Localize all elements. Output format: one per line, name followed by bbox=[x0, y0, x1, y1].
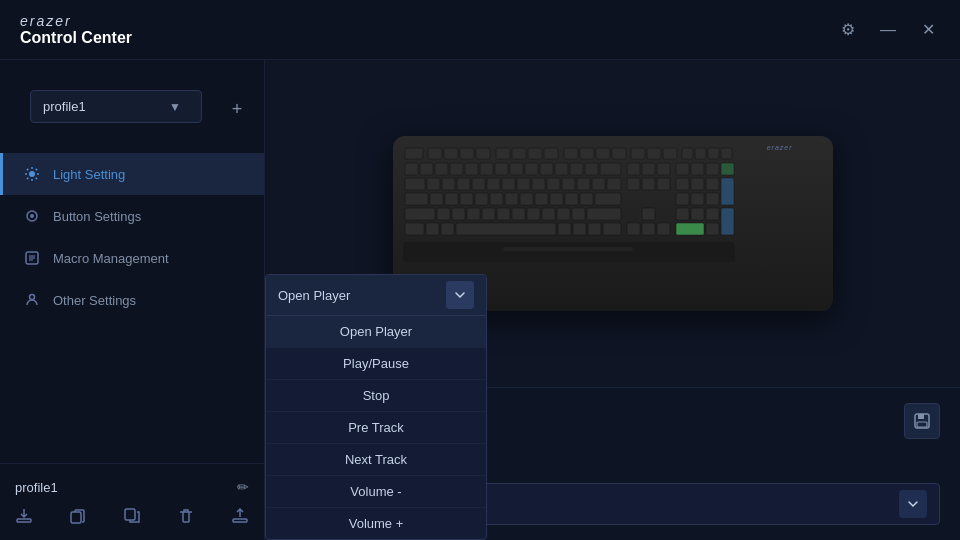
button-settings-icon bbox=[23, 207, 41, 225]
svg-rect-62 bbox=[427, 178, 440, 190]
dropdown-item-open-player[interactable]: Open Player bbox=[266, 316, 486, 348]
sidebar-item-macro-management[interactable]: Macro Management bbox=[0, 237, 264, 279]
dropdown-item-volume-down[interactable]: Volume - bbox=[266, 476, 486, 508]
title-bar: erazer Control Center ⚙ — ✕ bbox=[0, 0, 960, 60]
svg-rect-102 bbox=[467, 208, 480, 220]
edit-profile-icon[interactable]: ✏ bbox=[237, 479, 249, 495]
svg-rect-87 bbox=[475, 193, 488, 205]
copy-button[interactable] bbox=[69, 507, 87, 525]
svg-rect-31 bbox=[596, 148, 610, 159]
svg-rect-91 bbox=[535, 193, 548, 205]
app-title: Control Center bbox=[20, 29, 132, 47]
svg-line-6 bbox=[36, 178, 37, 179]
svg-rect-88 bbox=[490, 193, 503, 205]
svg-rect-20 bbox=[405, 148, 423, 159]
svg-rect-56 bbox=[657, 163, 670, 175]
main-layout: profile1 ▼ + bbox=[0, 60, 960, 540]
svg-rect-37 bbox=[695, 148, 706, 159]
svg-rect-66 bbox=[487, 178, 500, 190]
sidebar-item-button-settings[interactable]: Button Settings bbox=[0, 195, 264, 237]
dropdown-item-stop[interactable]: Stop bbox=[266, 380, 486, 412]
sidebar-item-light-setting[interactable]: Light Setting bbox=[0, 153, 264, 195]
svg-rect-121 bbox=[573, 223, 586, 235]
sidebar-item-other-settings[interactable]: Other Settings bbox=[0, 279, 264, 321]
svg-rect-26 bbox=[512, 148, 526, 159]
svg-rect-43 bbox=[450, 163, 463, 175]
svg-rect-30 bbox=[580, 148, 594, 159]
profile-selector[interactable]: profile1 ▼ bbox=[30, 90, 202, 123]
dropdown-item-pre-track[interactable]: Pre Track bbox=[266, 412, 486, 444]
svg-rect-113 bbox=[691, 208, 704, 220]
svg-rect-55 bbox=[642, 163, 655, 175]
dropdown-header-arrow bbox=[446, 281, 474, 309]
logo-area: erazer Control Center bbox=[20, 13, 132, 47]
profile-name: profile1 bbox=[43, 99, 169, 114]
svg-rect-69 bbox=[532, 178, 545, 190]
svg-rect-98 bbox=[706, 193, 719, 205]
svg-rect-42 bbox=[435, 163, 448, 175]
svg-rect-73 bbox=[592, 178, 605, 190]
svg-rect-100 bbox=[437, 208, 450, 220]
svg-rect-68 bbox=[517, 178, 530, 190]
close-button[interactable]: ✕ bbox=[916, 18, 940, 42]
svg-rect-112 bbox=[676, 208, 689, 220]
svg-rect-85 bbox=[445, 193, 458, 205]
svg-rect-99 bbox=[405, 208, 435, 220]
svg-rect-67 bbox=[502, 178, 515, 190]
svg-point-15 bbox=[30, 295, 35, 300]
svg-rect-59 bbox=[706, 163, 719, 175]
svg-rect-120 bbox=[558, 223, 571, 235]
dropdown-header[interactable]: Open Player bbox=[266, 275, 486, 316]
svg-rect-16 bbox=[17, 519, 31, 522]
svg-rect-83 bbox=[405, 193, 428, 205]
add-profile-button[interactable]: + bbox=[225, 97, 249, 121]
svg-rect-17 bbox=[71, 512, 81, 523]
svg-line-8 bbox=[27, 178, 28, 179]
svg-rect-28 bbox=[544, 148, 558, 159]
other-settings-label: Other Settings bbox=[53, 293, 136, 308]
svg-rect-40 bbox=[405, 163, 418, 175]
svg-rect-44 bbox=[465, 163, 478, 175]
svg-rect-46 bbox=[495, 163, 508, 175]
upload-button[interactable] bbox=[231, 507, 249, 525]
svg-rect-29 bbox=[564, 148, 578, 159]
svg-rect-22 bbox=[444, 148, 458, 159]
dropdown-item-volume-up[interactable]: Volume + bbox=[266, 508, 486, 539]
minimize-button[interactable]: — bbox=[876, 18, 900, 42]
svg-rect-125 bbox=[642, 223, 655, 235]
svg-rect-57 bbox=[676, 163, 689, 175]
svg-rect-89 bbox=[505, 193, 518, 205]
settings-button[interactable]: ⚙ bbox=[836, 18, 860, 42]
svg-rect-49 bbox=[540, 163, 553, 175]
title-bar-controls: ⚙ — ✕ bbox=[836, 18, 940, 42]
dropdown-item-next-track[interactable]: Next Track bbox=[266, 444, 486, 476]
svg-rect-92 bbox=[550, 193, 563, 205]
svg-rect-126 bbox=[657, 223, 670, 235]
svg-point-0 bbox=[29, 171, 35, 177]
svg-rect-52 bbox=[585, 163, 598, 175]
svg-rect-101 bbox=[452, 208, 465, 220]
svg-rect-72 bbox=[577, 178, 590, 190]
svg-rect-124 bbox=[627, 223, 640, 235]
svg-rect-36 bbox=[682, 148, 693, 159]
delete-button[interactable] bbox=[177, 507, 195, 525]
svg-rect-86 bbox=[460, 193, 473, 205]
svg-rect-25 bbox=[496, 148, 510, 159]
svg-rect-105 bbox=[512, 208, 525, 220]
other-settings-icon bbox=[23, 291, 41, 309]
svg-rect-94 bbox=[580, 193, 593, 205]
save-button[interactable] bbox=[904, 403, 940, 439]
svg-rect-80 bbox=[691, 178, 704, 190]
dropdown-item-play-pause[interactable]: Play/Pause bbox=[266, 348, 486, 380]
export-copy-button[interactable] bbox=[123, 507, 141, 525]
svg-rect-97 bbox=[691, 193, 704, 205]
svg-rect-110 bbox=[587, 208, 621, 220]
svg-rect-18 bbox=[125, 509, 135, 520]
profile-dropdown-arrow: ▼ bbox=[169, 100, 181, 114]
import-button[interactable] bbox=[15, 507, 33, 525]
svg-rect-111 bbox=[642, 208, 655, 220]
svg-rect-118 bbox=[441, 223, 454, 235]
svg-line-5 bbox=[27, 169, 28, 170]
light-setting-label: Light Setting bbox=[53, 167, 125, 182]
svg-rect-81 bbox=[706, 178, 719, 190]
